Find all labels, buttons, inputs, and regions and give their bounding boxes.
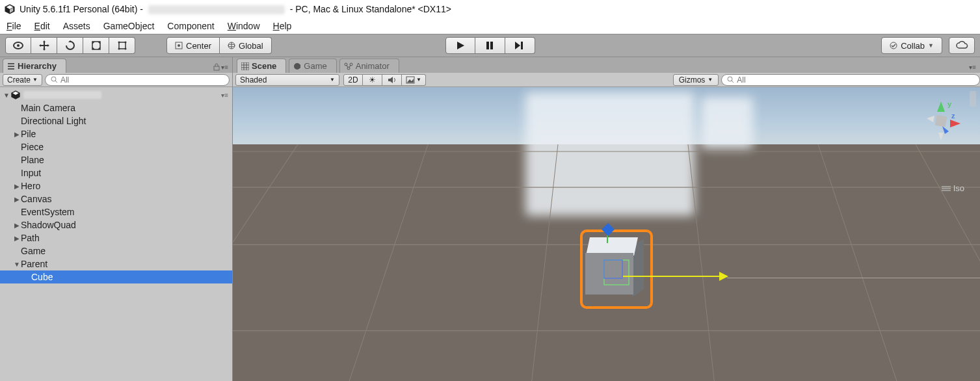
expand-arrow-icon[interactable]: ▶ <box>13 131 21 138</box>
hierarchy-item[interactable]: Directional Light <box>0 114 232 127</box>
scale-tool-button[interactable] <box>83 37 109 54</box>
hierarchy-item[interactable]: Piece <box>0 140 232 153</box>
hierarchy-item[interactable]: Cube <box>0 270 232 283</box>
menu-edit[interactable]: Edit <box>34 21 50 31</box>
main-area: Hierarchy ▾≡ Create ▼ ▼ ▾≡ <box>0 57 980 381</box>
hierarchy-item-label: Plane <box>21 155 44 165</box>
hierarchy-item-label: EventSystem <box>21 207 74 217</box>
svg-marker-24 <box>515 42 520 49</box>
svg-line-32 <box>55 81 57 83</box>
selected-cube[interactable] <box>584 233 649 305</box>
hierarchy-tab-label: Hierarchy <box>18 61 57 71</box>
panel-menu-icon[interactable]: ▾≡ <box>221 64 228 71</box>
transform-tool-group <box>5 37 135 54</box>
scene-search-input[interactable] <box>737 75 974 85</box>
pivot-center-button[interactable]: Center <box>166 37 220 54</box>
svg-point-4 <box>17 44 20 47</box>
fx-toggle-button[interactable]: ▼ <box>402 74 426 86</box>
svg-rect-11 <box>119 42 126 49</box>
audio-toggle-button[interactable] <box>382 74 402 86</box>
expand-arrow-icon[interactable]: ▼ <box>3 92 10 99</box>
projection-mode-label[interactable]: Iso <box>942 183 964 193</box>
hierarchy-item[interactable]: ▼Parent <box>0 257 232 270</box>
menu-component[interactable]: Component <box>167 21 214 31</box>
svg-marker-69 <box>938 133 944 140</box>
dropdown-arrow-icon: ▼ <box>330 77 335 83</box>
viewport-horizon-line <box>727 278 980 278</box>
speaker-icon <box>388 76 397 84</box>
pacman-icon <box>293 62 301 70</box>
rect-tool-button[interactable] <box>109 37 135 54</box>
svg-point-14 <box>118 48 120 50</box>
menu-window[interactable]: Window <box>228 21 260 31</box>
gizmo-axis-x[interactable] <box>623 276 727 277</box>
hierarchy-item[interactable]: ▶ShadowQuad <box>0 218 232 231</box>
tab-scene[interactable]: Scene <box>237 59 286 73</box>
hand-tool-button[interactable] <box>5 37 31 54</box>
tab-game[interactable]: Game <box>289 59 336 73</box>
svg-marker-68 <box>927 116 934 122</box>
scene-viewport[interactable]: y z Iso <box>233 87 980 381</box>
expand-arrow-icon[interactable]: ▶ <box>13 235 21 242</box>
svg-line-58 <box>818 144 916 381</box>
tab-animator[interactable]: Animator <box>339 59 399 73</box>
hierarchy-item[interactable]: EventSystem <box>0 205 232 218</box>
svg-marker-47 <box>407 79 414 83</box>
svg-rect-25 <box>521 42 523 49</box>
menu-bar: File Edit Assets GameObject Component Wi… <box>0 18 980 34</box>
cloud-button[interactable] <box>949 37 975 54</box>
svg-line-55 <box>330 144 428 381</box>
tab-scene-label: Scene <box>252 61 276 71</box>
shading-mode-dropdown[interactable]: Shaded ▼ <box>235 74 339 86</box>
iso-lines-icon <box>942 185 951 192</box>
menu-file[interactable]: File <box>7 21 21 31</box>
hierarchy-item-label: Parent <box>21 259 47 269</box>
hierarchy-item[interactable]: Input <box>0 166 232 179</box>
viewport-stats-toggle[interactable] <box>970 91 976 107</box>
collab-button[interactable]: Collab ▼ <box>881 37 942 54</box>
pivot-global-label: Global <box>239 41 263 51</box>
hierarchy-item[interactable]: ▶Canvas <box>0 192 232 205</box>
hierarchy-item[interactable]: Main Camera <box>0 101 232 114</box>
panel-menu-icon[interactable]: ▾≡ <box>969 64 976 71</box>
cloud-icon <box>955 41 968 50</box>
hierarchy-item[interactable]: ▶Pile <box>0 127 232 140</box>
menu-assets[interactable]: Assets <box>63 21 90 31</box>
hierarchy-search[interactable] <box>45 74 230 86</box>
create-button[interactable]: Create ▼ <box>3 74 42 86</box>
hierarchy-item-label: Game <box>21 246 46 256</box>
svg-marker-21 <box>457 42 464 49</box>
hierarchy-tab[interactable]: Hierarchy <box>3 59 66 73</box>
hierarchy-item-label: Canvas <box>21 194 51 204</box>
rotate-tool-button[interactable] <box>57 37 83 54</box>
expand-arrow-icon[interactable]: ▶ <box>13 183 21 190</box>
hierarchy-item[interactable]: ▶Hero <box>0 179 232 192</box>
scene-menu-icon[interactable]: ▾≡ <box>221 92 228 99</box>
lock-icon[interactable] <box>213 63 220 71</box>
expand-arrow-icon[interactable]: ▶ <box>13 222 21 229</box>
2d-label: 2D <box>348 75 358 85</box>
hierarchy-search-input[interactable] <box>60 75 224 85</box>
orientation-gizmo[interactable]: y z <box>915 95 967 147</box>
hierarchy-item[interactable]: Plane <box>0 153 232 166</box>
scene-search[interactable] <box>721 74 980 86</box>
gizmos-dropdown[interactable]: Gizmos ▼ <box>673 74 719 86</box>
menu-help[interactable]: Help <box>273 21 292 31</box>
step-button[interactable] <box>505 37 535 54</box>
play-button[interactable] <box>445 37 475 54</box>
center-icon <box>175 42 183 49</box>
scene-row[interactable]: ▼ ▾≡ <box>0 88 232 101</box>
hierarchy-tree[interactable]: ▼ ▾≡ Main CameraDirectional Light▶PilePi… <box>0 87 232 381</box>
2d-toggle-button[interactable]: 2D <box>343 74 363 86</box>
move-tool-button[interactable] <box>31 37 57 54</box>
menu-gameobject[interactable]: GameObject <box>103 21 155 31</box>
pause-button[interactable] <box>475 37 505 54</box>
hierarchy-item[interactable]: ▶Path <box>0 231 232 244</box>
lighting-toggle-button[interactable]: ☀ <box>363 74 382 86</box>
create-label: Create <box>7 75 31 85</box>
hierarchy-item[interactable]: Game <box>0 244 232 257</box>
expand-arrow-icon[interactable]: ▼ <box>13 261 21 268</box>
svg-rect-22 <box>486 42 489 49</box>
pivot-global-button[interactable]: Global <box>220 37 272 54</box>
expand-arrow-icon[interactable]: ▶ <box>13 196 21 203</box>
